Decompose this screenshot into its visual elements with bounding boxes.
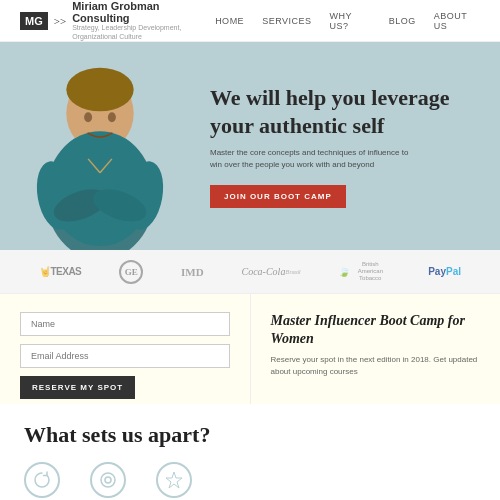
svg-point-12 xyxy=(84,112,92,122)
feature-icon-1 xyxy=(24,462,60,498)
svg-point-15 xyxy=(105,477,111,483)
promo-text: Reserve your spot in the next edition in… xyxy=(271,354,481,378)
nav-links: HOME SERVICES WHY US? BLOG ABOUT US xyxy=(215,11,480,31)
promo-title: Master Influencer Boot Camp for Women xyxy=(271,312,481,348)
hero-image xyxy=(0,42,200,250)
hero-title: We will help you leverage your authentic… xyxy=(210,84,476,139)
bat-label: British American Tobacco xyxy=(350,261,390,283)
nav-about[interactable]: ABOUT US xyxy=(434,11,480,31)
icon-item-3 xyxy=(156,462,192,498)
hero-section: We will help you leverage your authentic… xyxy=(0,42,500,250)
svg-marker-16 xyxy=(166,472,182,488)
bottom-section: What sets us apart? xyxy=(0,404,500,500)
texas-label: TEXAS xyxy=(50,266,81,277)
hero-content: We will help you leverage your authentic… xyxy=(200,42,500,250)
logo-title: Miriam Grobman Consulting xyxy=(72,0,215,24)
person-illustration xyxy=(0,42,200,250)
logo-imd: IMD xyxy=(181,266,204,278)
svg-point-14 xyxy=(101,473,115,487)
nav-blog[interactable]: BLOG xyxy=(389,16,416,26)
texas-icon: 🤘 xyxy=(39,266,51,277)
navigation: MG >> Miriam Grobman Consulting Strategy… xyxy=(0,0,500,42)
email-input[interactable] xyxy=(20,344,230,368)
icon-item-2 xyxy=(90,462,126,498)
ge-circle: GE xyxy=(119,260,143,284)
feature-icon-3 xyxy=(156,462,192,498)
coca-sublabel: Brasil xyxy=(285,269,300,275)
star-icon xyxy=(164,470,184,490)
middle-section: RESERVE MY SPOT Master Influencer Boot C… xyxy=(0,294,500,404)
form-panel: RESERVE MY SPOT xyxy=(0,294,251,404)
bottom-title: What sets us apart? xyxy=(24,422,476,448)
logo-text-block: Miriam Grobman Consulting Strategy, Lead… xyxy=(72,0,215,41)
logo-abbr: MG xyxy=(20,12,48,30)
logo: MG >> Miriam Grobman Consulting Strategy… xyxy=(20,0,215,41)
hero-cta-button[interactable]: JOIN OUR BOOT CAMP xyxy=(210,185,346,208)
coca-label: Coca-Cola xyxy=(242,266,286,277)
svg-point-4 xyxy=(66,68,133,112)
svg-point-13 xyxy=(108,112,116,122)
logo-bat: 🍃 British American Tobacco xyxy=(338,261,390,283)
bat-icon: 🍃 xyxy=(338,266,350,277)
reserve-spot-button[interactable]: RESERVE MY SPOT xyxy=(20,376,135,399)
logo-subtitle: Strategy, Leadership Development, Organi… xyxy=(72,24,192,41)
logo-arrow: >> xyxy=(54,15,66,27)
icon-item-1 xyxy=(24,462,60,498)
name-input[interactable] xyxy=(20,312,230,336)
logo-paypal: PayPal xyxy=(428,266,461,277)
logo-ge: GE xyxy=(119,260,143,284)
nav-services[interactable]: SERVICES xyxy=(262,16,311,26)
promo-panel: Master Influencer Boot Camp for Women Re… xyxy=(251,294,501,404)
hero-subtitle: Master the core concepts and techniques … xyxy=(210,147,410,171)
feature-icon-2 xyxy=(90,462,126,498)
logo-texas: 🤘 TEXAS xyxy=(39,266,81,277)
target-icon xyxy=(98,470,118,490)
logos-strip: 🤘 TEXAS GE IMD Coca-Cola Brasil 🍃 Britis… xyxy=(0,250,500,294)
logo-coca-cola: Coca-Cola Brasil xyxy=(242,266,301,277)
paypal-label: PayPal xyxy=(428,266,461,277)
imd-label: IMD xyxy=(181,266,204,278)
nav-home[interactable]: HOME xyxy=(215,16,244,26)
bottom-icons xyxy=(24,462,476,498)
refresh-icon xyxy=(32,470,52,490)
nav-why[interactable]: WHY US? xyxy=(329,11,370,31)
